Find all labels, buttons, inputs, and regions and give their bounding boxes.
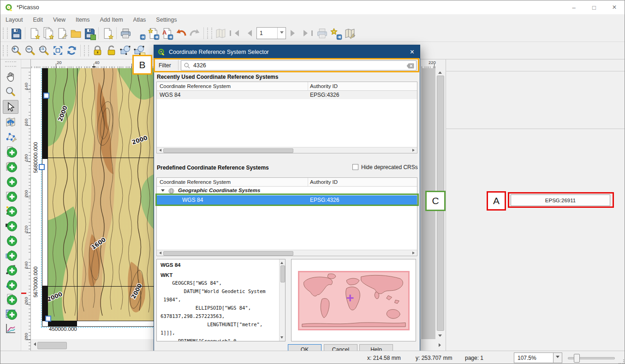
- print-atlas-icon[interactable]: [315, 26, 329, 40]
- crs-extent-preview: [291, 259, 416, 341]
- recent-crs-row[interactable]: WGS 84 EPSG:4326: [157, 91, 417, 99]
- toolbar-grip[interactable]: [84, 45, 89, 56]
- redo-icon[interactable]: [188, 26, 202, 40]
- add-arrow-icon[interactable]: [3, 263, 18, 276]
- preview-atlas-icon[interactable]: [214, 26, 227, 40]
- menu-settings[interactable]: Settings: [151, 15, 182, 24]
- menu-view[interactable]: View: [48, 15, 71, 24]
- atlas-next-feature-icon[interactable]: [287, 26, 301, 40]
- zoom-combo-dropdown-icon[interactable]: [553, 352, 562, 363]
- atlas-page-combo[interactable]: 1: [256, 27, 286, 39]
- open-template-icon[interactable]: [69, 26, 83, 40]
- add-plot-icon[interactable]: [3, 322, 18, 335]
- export-pdf-icon[interactable]: A: [160, 26, 174, 40]
- menu-items[interactable]: Items: [71, 15, 95, 24]
- select-move-item-tool-icon[interactable]: [3, 100, 18, 114]
- window-titlebar: *Picasso – □ ×: [0, 0, 625, 15]
- recent-table-hscrollbar[interactable]: [157, 147, 417, 153]
- layout-manager-icon[interactable]: [55, 26, 69, 40]
- ruler-cursor-marker: [92, 66, 95, 67]
- new-layout-icon[interactable]: [27, 26, 41, 40]
- clear-filter-icon[interactable]: [406, 63, 414, 69]
- minimize-icon[interactable]: –: [564, 1, 584, 14]
- atlas-settings-icon[interactable]: [343, 26, 357, 40]
- menu-edit[interactable]: Edit: [28, 15, 48, 24]
- extent-frame: [298, 271, 410, 330]
- dialog-close-icon[interactable]: ×: [410, 48, 414, 56]
- menu-layout[interactable]: Layout: [0, 15, 28, 24]
- menu-atlas[interactable]: Atlas: [128, 15, 151, 24]
- selection-handle[interactable]: [39, 164, 45, 170]
- atlas-first-feature-icon[interactable]: [227, 26, 241, 40]
- annotation-label-a: A: [487, 191, 506, 211]
- wkt-line: DATUM["World Geodetic System: [161, 287, 277, 295]
- vruler-label: 260: [24, 295, 29, 307]
- toolbar-grip[interactable]: [5, 61, 16, 67]
- lock-items-icon[interactable]: [90, 44, 104, 58]
- zoom-full-icon[interactable]: [51, 44, 65, 58]
- wkt-scrollbar[interactable]: [279, 259, 285, 341]
- save-project-icon[interactable]: [9, 26, 23, 40]
- close-icon[interactable]: ×: [604, 1, 625, 14]
- add-picture-icon[interactable]: [3, 175, 18, 188]
- filter-input[interactable]: 4326: [181, 60, 417, 70]
- group-items-icon[interactable]: [118, 44, 132, 58]
- dialog-titlebar[interactable]: Coordinate Reference System Selector ×: [154, 45, 420, 59]
- wkt-line: GEOGCRS["WGS 84",: [161, 279, 277, 287]
- add-scalebar-icon[interactable]: [3, 219, 18, 232]
- add-map-icon[interactable]: [3, 160, 18, 173]
- add-attribute-table-icon[interactable]: [3, 307, 18, 320]
- atlas-last-feature-icon[interactable]: [301, 26, 315, 40]
- filter-value: 4326: [193, 62, 206, 69]
- duplicate-layout-icon[interactable]: [41, 26, 55, 40]
- atlas-previous-feature-icon[interactable]: [241, 26, 255, 40]
- add-node-item-icon[interactable]: [3, 278, 18, 291]
- wkt-heading: WKT: [161, 272, 277, 278]
- resize-grip[interactable]: [619, 359, 624, 364]
- add-label-icon[interactable]: [3, 189, 18, 202]
- menu-add-item[interactable]: Add Item: [95, 15, 128, 24]
- crs-description-panel[interactable]: WGS 84 WKT GEOGCRS["WGS 84", DATUM["Worl…: [156, 259, 286, 341]
- wkt-line: LENGTHUNIT["metre",: [161, 320, 277, 329]
- export-atlas-icon[interactable]: [329, 26, 343, 40]
- zoom-slider-handle[interactable]: [574, 354, 580, 363]
- vertical-ruler[interactable]: [21, 68, 31, 351]
- zoom-in-icon[interactable]: +: [9, 44, 23, 58]
- toolbar-grip[interactable]: [207, 28, 212, 39]
- zoom-tool-icon[interactable]: [3, 85, 18, 98]
- predefined-table-hscrollbar[interactable]: [157, 250, 417, 256]
- zoom-level-combo[interactable]: 107.5%: [514, 352, 554, 363]
- add-html-icon[interactable]: [3, 293, 18, 305]
- move-item-content-tool-icon[interactable]: [3, 116, 18, 129]
- print-layout-icon[interactable]: [119, 26, 132, 40]
- zoom-actual-icon[interactable]: 1:1: [37, 44, 51, 58]
- add-page-icon[interactable]: [3, 145, 18, 158]
- zoom-out-icon[interactable]: −: [23, 44, 37, 58]
- map-item[interactable]: 2000 2000 1600 2000 2000: [48, 68, 154, 321]
- hide-deprecated-checkbox[interactable]: [352, 164, 358, 170]
- crs-value: EPSG:26911: [545, 198, 576, 203]
- add-north-arrow-icon[interactable]: [3, 234, 18, 247]
- refresh-view-icon[interactable]: [65, 44, 78, 58]
- export-image-icon[interactable]: [132, 26, 146, 40]
- toolbar-grip[interactable]: [3, 28, 8, 39]
- pan-tool-icon[interactable]: [3, 70, 18, 83]
- crs-button[interactable]: EPSG:26911: [511, 194, 610, 206]
- maximize-icon[interactable]: □: [584, 1, 604, 14]
- undo-icon[interactable]: [174, 26, 188, 40]
- crs-group-row[interactable]: Geographic Coordinate Systems: [157, 187, 417, 195]
- selected-crs-row[interactable]: WGS 84 EPSG:4326: [157, 195, 417, 205]
- add-pages-icon[interactable]: [101, 26, 114, 40]
- selection-handle[interactable]: [43, 93, 49, 99]
- canvas-scrollbar-corner[interactable]: [435, 341, 446, 351]
- unlock-all-items-icon[interactable]: [104, 44, 118, 58]
- add-shape-icon[interactable]: [3, 248, 18, 261]
- add-legend-icon[interactable]: [3, 204, 18, 217]
- tree-expander-icon[interactable]: [161, 189, 165, 194]
- save-as-template-icon[interactable]: [83, 26, 96, 40]
- selection-handle[interactable]: [45, 316, 51, 322]
- predefined-crs-table: Coordinate Reference System Authority ID…: [156, 177, 417, 256]
- edit-nodes-tool-icon[interactable]: [3, 130, 18, 143]
- toolbar-grip[interactable]: [3, 45, 8, 56]
- export-svg-icon[interactable]: [146, 26, 160, 40]
